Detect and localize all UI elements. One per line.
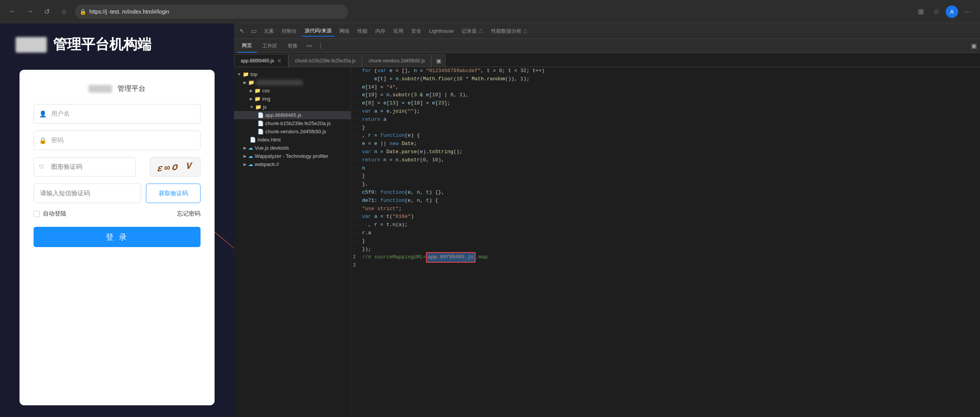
subtab-more[interactable]: >> <box>303 41 315 50</box>
tab-console[interactable]: 控制台 <box>279 26 300 36</box>
code-line-16: c5f0: function(e, n, t) {}, <box>362 189 975 197</box>
forward-button[interactable]: → <box>23 5 36 18</box>
file-icon-app-js: 📄 <box>257 112 264 118</box>
tab-application[interactable]: 应用 <box>390 26 407 36</box>
tree-item-domain[interactable]: ▶ 📁 <box>234 78 351 87</box>
file-tab-app-js[interactable]: app.86f89465.js ✕ <box>234 54 288 67</box>
tree-item-chunk-vendors[interactable]: 📄 chunk-vendors.2d45fb50.js <box>234 127 351 136</box>
sidebar-close-button[interactable]: ▣ <box>431 54 446 67</box>
code-line-20: , r = t.n(a); <box>362 221 975 229</box>
code-lines: for (var e = [], n = "0123456789abcdef",… <box>357 67 980 417</box>
file-tab-chunk-vendors-label: chunk-vendors.2d45fb50.js <box>369 58 425 64</box>
file-icon-index-html: 📄 <box>250 137 256 143</box>
company-logo <box>16 37 47 53</box>
code-line-1: for (var e = [], n = "0123456789abcdef",… <box>362 67 975 75</box>
remember-row: 自动登陆 忘记密码 <box>34 210 201 217</box>
captcha-image[interactable]: ε∞ᴏ V <box>150 157 201 177</box>
login-button[interactable]: 登 录 <box>34 227 201 247</box>
code-line-18: "use strict"; <box>362 205 975 213</box>
tab-memory[interactable]: 内存 <box>372 26 389 36</box>
code-line-13: n <box>362 164 975 173</box>
tree-arrow-wappalyzer: ▶ <box>243 154 247 158</box>
tree-item-wappalyzer[interactable]: ▶ ☁ Wappalyzer - Technology profiler <box>234 152 351 160</box>
folder-icon-img: 📁 <box>254 96 261 102</box>
code-line-7: return a <box>362 116 975 124</box>
tab-performance[interactable]: 性能 <box>354 26 371 36</box>
subtab-overrides[interactable]: 替换 <box>283 39 302 53</box>
tab-recorder[interactable]: 记录器 △ <box>458 26 486 36</box>
login-card-title: 管理平台 <box>34 84 201 93</box>
cursor-tool-button[interactable]: ↖ <box>237 26 247 36</box>
star-button[interactable]: ☆ <box>930 5 943 18</box>
cloud-icon-webpack: ☁ <box>248 161 253 167</box>
folder-icon-domain: 📁 <box>248 80 254 85</box>
tree-item-chunk-b[interactable]: 📄 chunk-b15b239e.fe25e20a.js <box>234 119 351 127</box>
profile-button[interactable]: A <box>946 5 958 18</box>
tree-item-vuejs[interactable]: ▶ ☁ Vue.js devtools <box>234 144 351 152</box>
code-line-19: var a = t("616e") <box>362 213 975 221</box>
subtab-workspace[interactable]: 工作区 <box>257 39 282 53</box>
tree-item-css[interactable]: ▶ 📁 css <box>234 87 351 95</box>
tree-label-app-js: app.86f89465.js <box>265 112 302 118</box>
shield-icon: 🛡 <box>39 164 44 170</box>
tree-item-index-html[interactable]: 📄 index.html <box>234 136 351 144</box>
tree-arrow-img: ▶ <box>250 97 253 101</box>
translate-button[interactable]: ⊞ <box>914 5 927 18</box>
code-content: – – – – – – – – – – – – – – – <box>351 67 980 417</box>
username-input[interactable] <box>34 104 201 124</box>
sidebar-toggle-button[interactable]: ▣ <box>971 42 977 49</box>
browser-actions: ⊞ ☆ A ⋯ <box>914 5 974 18</box>
more-options-button[interactable]: ⋮ <box>318 42 324 49</box>
remember-checkbox[interactable] <box>34 211 40 217</box>
tree-label-img: img <box>262 96 270 102</box>
menu-button[interactable]: ⋯ <box>961 5 974 18</box>
cloud-icon-wappalyzer: ☁ <box>248 153 253 159</box>
file-tab-app-js-close[interactable]: ✕ <box>277 58 282 64</box>
tree-label-chunk-vendors: chunk-vendors.2d45fb50.js <box>265 129 326 134</box>
tab-lighthouse[interactable]: Lighthouse <box>426 27 457 35</box>
tree-item-webpack[interactable]: ▶ ☁ webpack:// <box>234 160 351 168</box>
code-line-12: return n = n.substr(0, 10), <box>362 156 975 164</box>
file-tab-chunk-vendors[interactable]: chunk-vendors.2d45fb50.js <box>362 54 431 67</box>
tree-item-app-js[interactable]: 📄 app.86f89465.js <box>234 111 351 119</box>
tab-security[interactable]: 安全 <box>408 26 424 36</box>
back-button[interactable]: ← <box>6 5 19 18</box>
tree-item-img[interactable]: ▶ 📁 img <box>234 95 351 103</box>
tree-label-chunk-b: chunk-b15b239e.fe25e20a.js <box>265 120 331 126</box>
code-line-2: e[t] = n.substr(Math.floor(16 * Math.ran… <box>362 75 975 83</box>
folder-icon-top: 📁 <box>243 71 249 77</box>
file-icon-chunk-b: 📄 <box>257 120 264 126</box>
forgot-password-link[interactable]: 忘记密码 <box>177 210 201 217</box>
sms-input[interactable] <box>34 184 141 203</box>
tab-network[interactable]: 网络 <box>336 26 353 36</box>
address-bar[interactable]: 🔒 https://j -test. m/index.html#/login <box>75 5 348 19</box>
code-editor[interactable]: – – – – – – – – – – – – – – – <box>351 67 980 417</box>
tree-arrow-webpack: ▶ <box>243 162 247 166</box>
sms-row: 获取验证码 <box>34 184 201 203</box>
captcha-text: ε∞ᴏ V <box>157 159 194 174</box>
folder-icon-js: 📁 <box>255 104 261 110</box>
get-sms-button[interactable]: 获取验证码 <box>146 184 201 203</box>
device-tool-button[interactable]: ▭ <box>249 26 259 36</box>
tab-elements[interactable]: 元素 <box>261 26 277 36</box>
tree-item-js[interactable]: ▼ 📁 js <box>234 103 351 111</box>
file-tab-chunk-b[interactable]: chunk-b15b239e.fe25e20a.js <box>288 54 362 67</box>
tab-sources[interactable]: 源代码/来源 <box>302 26 335 37</box>
code-line-5: e[8] = e[13] = e[18] = e[23]; <box>362 99 975 108</box>
file-tab-chunk-b-label: chunk-b15b239e.fe25e20a.js <box>295 58 355 64</box>
folder-icon-css: 📁 <box>254 88 261 94</box>
refresh-button[interactable]: ↺ <box>41 5 53 18</box>
file-tree[interactable]: ▼ 📁 top ▶ 📁 ▶ 📁 css ▶ 📁 img <box>234 67 351 417</box>
tree-label-vuejs: Vue.js devtools <box>255 145 289 151</box>
tree-item-top[interactable]: ▼ 📁 top <box>234 70 351 78</box>
subtab-page[interactable]: 网页 <box>237 39 257 53</box>
main-content: 管理平台机构端 管理平台 👤 🔒 🛡 <box>0 23 980 417</box>
cloud-icon-vuejs: ☁ <box>248 145 253 151</box>
home-button[interactable]: ⌂ <box>58 5 70 18</box>
password-input[interactable] <box>34 131 201 150</box>
captcha-input[interactable] <box>34 157 136 177</box>
lock-icon: 🔒 <box>80 9 86 15</box>
tab-perf-insights[interactable]: 性能数据分析 △ <box>488 26 531 36</box>
password-group: 🔒 <box>34 131 201 150</box>
tree-arrow-js: ▼ <box>250 105 254 109</box>
